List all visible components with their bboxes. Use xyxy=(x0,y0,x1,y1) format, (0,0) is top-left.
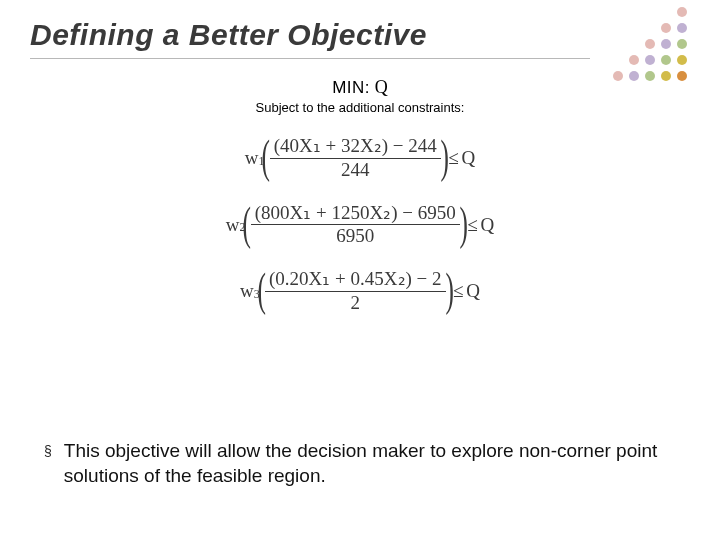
slide-title: Defining a Better Objective xyxy=(30,18,590,59)
svg-point-3 xyxy=(645,39,655,49)
svg-point-2 xyxy=(677,23,687,33)
bullet-text: This objective will allow the decision m… xyxy=(64,439,680,488)
objective-var: Q xyxy=(375,77,388,97)
svg-point-11 xyxy=(629,71,639,81)
constraints-block: w1 ( (40X₁ + 32X₂) − 244 244 ) ≤ Q w2 ( … xyxy=(30,135,690,315)
objective-line: MIN: Q xyxy=(30,77,690,98)
constraint-1: w1 ( (40X₁ + 32X₂) − 244 244 ) ≤ Q xyxy=(245,135,476,182)
min-label: MIN: xyxy=(332,78,370,97)
svg-point-6 xyxy=(629,55,639,65)
svg-point-9 xyxy=(677,55,687,65)
slide: Defining a Better Objective MIN: Q Subje… xyxy=(0,0,720,540)
constraint-3: w3 ( (0.20X₁ + 0.45X₂) − 2 2 ) ≤ Q xyxy=(240,268,480,315)
svg-point-1 xyxy=(661,23,671,33)
svg-point-8 xyxy=(661,55,671,65)
decorative-dot-grid xyxy=(612,6,698,92)
bullet-point: § This objective will allow the decision… xyxy=(44,439,680,488)
svg-point-12 xyxy=(645,71,655,81)
svg-point-13 xyxy=(661,71,671,81)
constraint-2: w2 ( (800X₁ + 1250X₂) − 6950 6950 ) ≤ Q xyxy=(226,202,495,249)
svg-point-14 xyxy=(677,71,687,81)
svg-point-4 xyxy=(661,39,671,49)
svg-point-10 xyxy=(613,71,623,81)
svg-point-7 xyxy=(645,55,655,65)
svg-point-5 xyxy=(677,39,687,49)
bullet-mark-icon: § xyxy=(44,443,52,459)
svg-point-0 xyxy=(677,7,687,17)
subject-line: Subject to the additional constraints: xyxy=(30,100,690,115)
